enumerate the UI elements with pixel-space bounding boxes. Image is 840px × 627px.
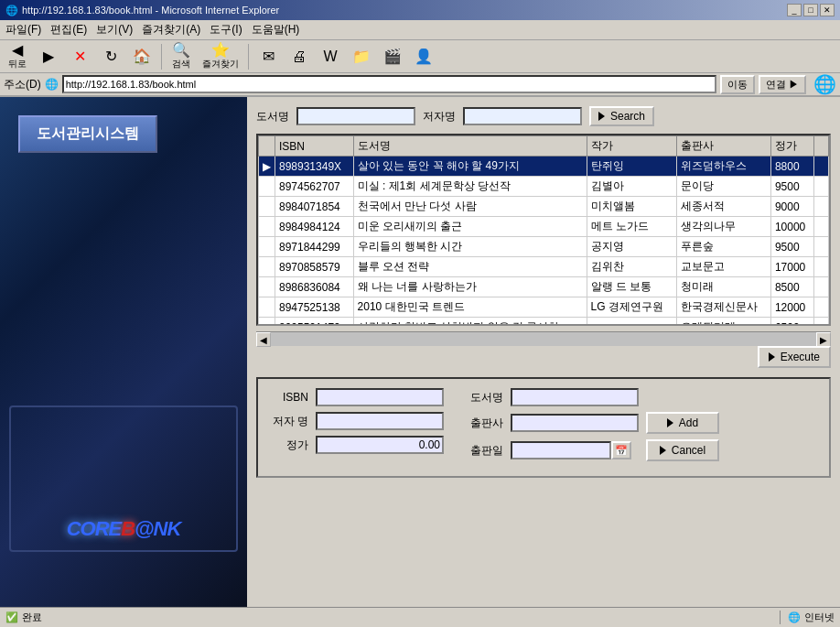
- system-title-button[interactable]: 도서관리시스템: [18, 115, 157, 153]
- data-table-container[interactable]: ISBN 도서명 작가 출판사 정가 ▶ 898931349X 살아 있는 동안…: [256, 134, 831, 326]
- close-button[interactable]: ✕: [820, 4, 835, 16]
- main-content: 도서관리시스템 COREB@NK 도서명 저자명 Search: [0, 97, 840, 607]
- toolbar: ◀ 뒤로 ▶ ✕ ↻ 🏠 🔍 검색 ⭐ 즐겨찾기 ✉ 🖨 W 📁 🎬 👤: [0, 40, 840, 73]
- word-icon: W: [323, 49, 337, 64]
- execute-btn-icon: [769, 352, 775, 362]
- cell-author: 공지영: [587, 237, 676, 257]
- table-row[interactable]: 8986836084 왜 나는 너를 사랑하는가 알랭 드 보통 청미래 850…: [259, 277, 829, 297]
- address-input[interactable]: [62, 75, 716, 93]
- menu-edit[interactable]: 편집(E): [50, 22, 87, 38]
- search-row: 도서명 저자명 Search: [256, 106, 831, 126]
- publisher-input[interactable]: [511, 414, 639, 432]
- table-row[interactable]: 8970858579 블루 오션 전략 김위찬 교보문고 17000: [259, 257, 829, 277]
- table-row[interactable]: 8971844299 우리들의 행복한 시간 공지영 푸른숲 9500: [259, 237, 829, 257]
- menu-favorites[interactable]: 즐겨찾기(A): [142, 22, 200, 38]
- folder-button[interactable]: 📁: [348, 48, 375, 66]
- title-bar-left: 🌐 http://192.168.1.83/book.html - Micros…: [5, 5, 279, 16]
- pubdate-row: 출판일 📅 Cancel: [462, 439, 719, 461]
- back-label: 뒤로: [8, 58, 27, 70]
- menu-tools[interactable]: 도구(I): [210, 22, 242, 38]
- forward-button[interactable]: ▶: [35, 48, 62, 66]
- search-icon: 🔍: [172, 43, 190, 58]
- cell-price: 10000: [770, 217, 813, 237]
- cell-isbn: 898931349X: [275, 157, 354, 177]
- cell-isbn: 8970858579: [275, 257, 354, 277]
- isbn-input[interactable]: [316, 388, 444, 406]
- execute-button[interactable]: Execute: [758, 346, 831, 368]
- date-input-wrapper: 📅: [511, 441, 631, 459]
- calendar-button[interactable]: 📅: [611, 441, 631, 459]
- stop-icon: ✕: [74, 49, 86, 64]
- table-row[interactable]: ▶ 898931349X 살아 있는 동안 꼭 해야 할 49가지 탄쥐잉 위즈…: [259, 157, 829, 177]
- menu-file[interactable]: 파일(F): [5, 22, 41, 38]
- menu-view[interactable]: 보기(V): [96, 22, 133, 38]
- title-search-input[interactable]: [296, 107, 415, 125]
- table-row[interactable]: 8947525138 2010 대한민국 트렌드 LG 경제연구원 한국경제신문…: [259, 297, 829, 318]
- cell-title: 블루 오션 전략: [353, 257, 587, 277]
- search-button[interactable]: 🔍 검색: [167, 41, 195, 72]
- refresh-button[interactable]: ↻: [97, 48, 124, 66]
- stop-button[interactable]: ✕: [66, 48, 93, 66]
- go-button[interactable]: 이동: [720, 75, 755, 94]
- search-btn-label: Search: [610, 110, 645, 123]
- maximize-button[interactable]: □: [803, 4, 818, 16]
- word-button[interactable]: W: [317, 48, 344, 66]
- horizontal-scrollbar[interactable]: ◀ ▶: [256, 331, 831, 346]
- status-icon: ✅: [5, 611, 18, 623]
- search-label: 검색: [172, 58, 190, 70]
- price-input[interactable]: [316, 436, 444, 454]
- cancel-btn-label: Cancel: [672, 444, 705, 457]
- cell-title: 사랑하라 한번도 상처받지 않은 것 류시화: [353, 318, 587, 327]
- author-input[interactable]: [316, 412, 444, 430]
- back-button[interactable]: ◀ 뒤로: [4, 41, 31, 72]
- links-button[interactable]: 연결 ▶: [759, 75, 806, 94]
- cell-price: 9000: [770, 197, 813, 217]
- add-btn-icon: [667, 418, 673, 427]
- cell-isbn: 8986836084: [275, 277, 354, 297]
- cell-author: [587, 318, 676, 327]
- ie-logo: 🌐: [813, 73, 836, 95]
- mail-button[interactable]: ✉: [254, 48, 282, 66]
- menu-help[interactable]: 도움말(H): [252, 22, 300, 38]
- cell-author: 미치앨봄: [587, 197, 676, 217]
- mail-icon: ✉: [263, 49, 275, 64]
- table-row[interactable]: 8995501472 사랑하라 한번도 상처받지 않은 것 류시화 오래된미래 …: [259, 318, 829, 327]
- data-table: ISBN 도서명 작가 출판사 정가 ▶ 898931349X 살아 있는 동안…: [258, 135, 829, 326]
- minimize-button[interactable]: _: [787, 4, 802, 16]
- add-button[interactable]: Add: [646, 412, 719, 434]
- author-search-label: 저자명: [423, 109, 456, 124]
- cell-author: 메트 노가드: [587, 217, 676, 237]
- film-icon: 🎬: [383, 49, 402, 64]
- scroll-left-button[interactable]: ◀: [256, 332, 271, 347]
- cell-isbn: 8971844299: [275, 237, 354, 257]
- cell-title: 미운 오리새끼의 출근: [353, 217, 587, 237]
- book-title-input[interactable]: [511, 388, 639, 406]
- cell-price: 9500: [770, 177, 813, 197]
- pubdate-input[interactable]: [511, 441, 611, 459]
- cell-publisher: 교보문고: [676, 257, 770, 277]
- author-search-input[interactable]: [463, 107, 582, 125]
- table-row[interactable]: 8984984124 미운 오리새끼의 출근 메트 노가드 생각의나무 1000…: [259, 217, 829, 237]
- user-button[interactable]: 👤: [410, 48, 437, 66]
- cell-title: 2010 대한민국 트렌드: [353, 297, 587, 318]
- title-search-label: 도서명: [256, 109, 289, 124]
- scroll-track[interactable]: [271, 332, 816, 346]
- print-button[interactable]: 🖨: [285, 48, 313, 66]
- search-button[interactable]: Search: [589, 106, 654, 126]
- scroll-right-button[interactable]: ▶: [816, 332, 831, 347]
- favorites-button[interactable]: ⭐ 즐겨찾기: [199, 41, 242, 72]
- favorites-icon: ⭐: [211, 43, 230, 58]
- cell-scroll-space: [814, 237, 829, 257]
- film-button[interactable]: 🎬: [379, 48, 406, 66]
- cell-price: 6500: [770, 318, 813, 327]
- right-panel: 도서명 저자명 Search ISBN 도서명 작가: [247, 97, 840, 607]
- col-scroll: [814, 136, 829, 157]
- cancel-button[interactable]: Cancel: [646, 439, 719, 461]
- folder-icon: 📁: [352, 49, 371, 64]
- cell-title: 살아 있는 동안 꼭 해야 할 49가지: [353, 157, 587, 177]
- price-row: 정가: [267, 436, 444, 454]
- home-button[interactable]: 🏠: [128, 48, 156, 66]
- table-row[interactable]: 8984071854 천국에서 만난 다섯 사람 미치앨봄 세종서적 9000: [259, 197, 829, 217]
- cancel-btn-icon: [660, 446, 666, 455]
- table-row[interactable]: 8974562707 미실 : 제1회 세계문학상 당선작 김별아 문이당 95…: [259, 177, 829, 197]
